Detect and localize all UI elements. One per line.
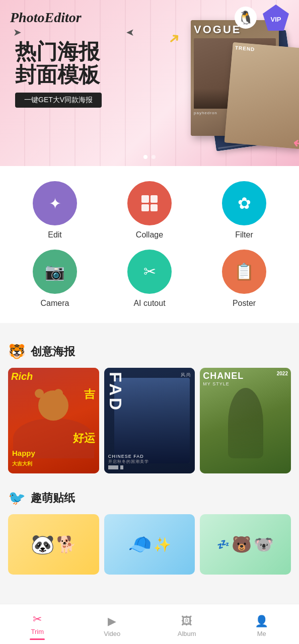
ai-cutout-label: AI cutout [133, 299, 165, 308]
creative-poster-header: 🐯 创意海报 [8, 343, 291, 360]
card1-inner: Rich 吉 好运 Happy 大吉大利 [8, 368, 99, 473]
card2-inner: FAD 风尚 CHINESE FAD 开启秋冬的国潮美学 [104, 368, 195, 473]
trim-label: Trim [31, 628, 44, 635]
collage-icon [138, 192, 161, 214]
sticker2-character: 🧢 [128, 533, 152, 555]
camera-icon: 📷 [45, 262, 65, 281]
collage-label: Collage [136, 230, 163, 239]
card2-title: CHINESE FAD [108, 454, 149, 459]
filter-label: Filter [235, 230, 253, 239]
creative-poster-grid: Rich 吉 好运 Happy 大吉大利 [8, 368, 291, 473]
vip-badge[interactable]: VIP [263, 5, 289, 31]
banner-text-block: ➤ ➤ 热门海报 封面模板 一键GET大V同款海报 [15, 40, 102, 108]
sticker3-inner: 💤 🐻 🐨 [200, 514, 291, 575]
qq-icon[interactable]: 🐧 [235, 7, 257, 29]
banner-magazines: DREAM TREND VOGUE payhedron TREND [163, 15, 299, 156]
card3-inner: CHANEL MY STYLE 2022 [200, 368, 291, 473]
feature-poster[interactable]: 📋 Poster [199, 250, 289, 308]
filter-icon: ✿ [238, 194, 251, 213]
app-header: PhotoEditor 🐧 VIP [0, 0, 299, 35]
banner-title-line1: 热门海报 [15, 40, 102, 63]
dot-2[interactable] [152, 155, 156, 159]
creative-poster-title: 创意海报 [31, 344, 75, 359]
sticker2-inner: 🧢 ✨ [104, 514, 195, 575]
trim-icon: ✂ [33, 613, 42, 626]
sticker1-dog: 🐕 [56, 535, 77, 554]
edit-label: Edit [48, 230, 62, 239]
bottom-nav: ✂ Trim ▶ Video 🖼 Album 👤 Me [0, 604, 299, 644]
poster-card-3[interactable]: CHANEL MY STYLE 2022 [200, 368, 291, 473]
banner-subtitle[interactable]: 一键GET大V同款海报 [15, 93, 102, 108]
filter-icon-circle: ✿ [222, 181, 266, 225]
main-content: ➤ ➤ 热门海报 封面模板 一键GET大V同款海报 DREAM TREND VO… [0, 0, 299, 623]
feature-collage[interactable]: Collage [105, 181, 194, 239]
sticker-title: 趣萌贴纸 [31, 491, 75, 506]
album-label: Album [178, 630, 196, 637]
sticker-header: 🐦 趣萌贴纸 [8, 490, 291, 506]
sticker1-panda: 🐼 [31, 533, 54, 555]
sticker1-inner: 🐼 🐕 [8, 514, 99, 575]
sticker3-zzz: 💤 [217, 538, 230, 550]
banner-title-line2: 封面模板 [15, 63, 102, 87]
feature-section: ✦ Edit Collage ✿ [0, 166, 299, 323]
header-icons: 🐧 VIP [235, 5, 289, 31]
ai-cutout-icon: ✂ [143, 264, 156, 279]
nav-video[interactable]: ▶ Video [75, 604, 150, 644]
section-spacer [0, 323, 299, 331]
sticker-card-1[interactable]: 🐼 🐕 [8, 514, 99, 575]
album-icon: 🖼 [181, 615, 192, 628]
sticker3-bear1: 🐻 [232, 535, 252, 554]
nav-me[interactable]: 👤 Me [225, 604, 300, 644]
poster-icon: 📋 [234, 262, 254, 281]
feature-ai-cutout[interactable]: ✂ AI cutout [105, 250, 194, 308]
feature-grid: ✦ Edit Collage ✿ [10, 181, 289, 308]
banner-dots [143, 155, 156, 159]
nav-album[interactable]: 🖼 Album [150, 604, 225, 644]
dot-1[interactable] [143, 155, 147, 159]
creative-poster-section: 🐯 创意海报 Rich 吉 好运 Happy 大吉大利 [0, 331, 299, 481]
sticker-card-2[interactable]: 🧢 ✨ [104, 514, 195, 575]
edit-icon: ✦ [49, 195, 61, 212]
sticker-card-3[interactable]: 💤 🐻 🐨 [200, 514, 291, 575]
camera-icon-circle: 📷 [33, 250, 77, 294]
poster-card-2[interactable]: FAD 风尚 CHINESE FAD 开启秋冬的国潮美学 [104, 368, 195, 473]
feature-filter[interactable]: ✿ Filter [199, 181, 289, 239]
sticker2-sparkle: ✨ [154, 536, 171, 553]
poster-icon-circle: 📋 [222, 250, 266, 294]
poster-label: Poster [233, 299, 256, 308]
sticker-grid: 🐼 🐕 🧢 ✨ 💤 🐻 🐨 [8, 514, 291, 575]
mag-front: TREND [225, 42, 299, 149]
card2-subtitle: 开启秋冬的国潮美学 [108, 459, 149, 464]
app-title: PhotoEditor [10, 10, 82, 26]
poster-card-1[interactable]: Rich 吉 好运 Happy 大吉大利 [8, 368, 99, 473]
video-label: Video [104, 630, 120, 637]
sticker-emoji: 🐦 [8, 490, 26, 506]
ai-cutout-icon-circle: ✂ [127, 250, 172, 294]
camera-label: Camera [41, 299, 69, 308]
edit-icon-circle: ✦ [33, 181, 77, 225]
video-icon: ▶ [108, 615, 116, 628]
feature-edit[interactable]: ✦ Edit [10, 181, 100, 239]
sticker3-bear2: 🐨 [254, 535, 274, 554]
me-icon: 👤 [255, 615, 268, 628]
feature-camera[interactable]: 📷 Camera [10, 250, 100, 308]
me-label: Me [257, 630, 266, 637]
nav-trim[interactable]: ✂ Trim [0, 604, 75, 644]
sticker-section: 🐦 趣萌贴纸 🐼 🐕 🧢 ✨ 💤 🐻 🐨 [0, 481, 299, 583]
creative-poster-emoji: 🐯 [8, 343, 26, 360]
trim-underline [30, 638, 45, 640]
collage-icon-circle [127, 181, 172, 225]
